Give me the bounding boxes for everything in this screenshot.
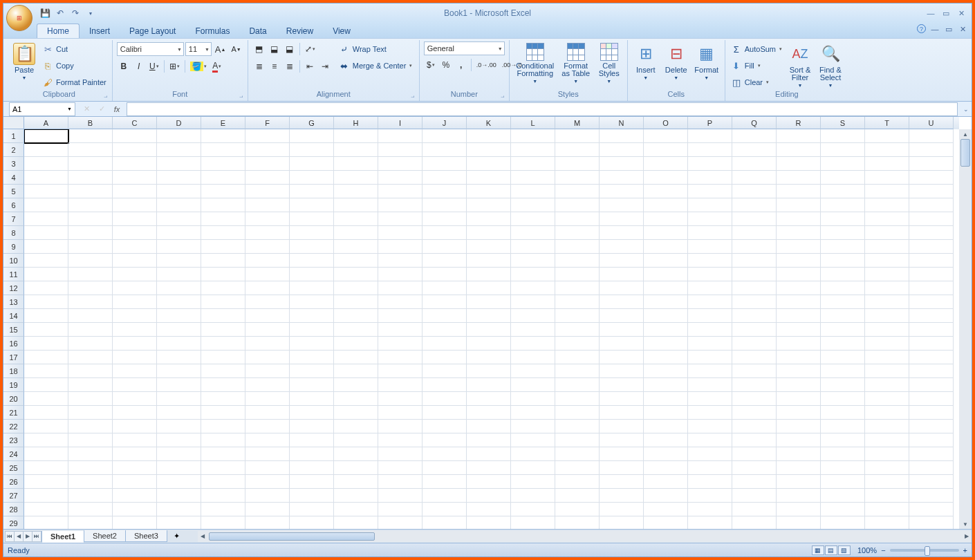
cell[interactable] (68, 323, 113, 337)
cell[interactable] (201, 226, 245, 240)
cell[interactable] (201, 129, 245, 143)
accounting-button[interactable]: $▾ (424, 58, 438, 72)
cell[interactable] (467, 171, 511, 185)
cell[interactable] (334, 129, 378, 143)
cell[interactable] (201, 364, 245, 378)
cell[interactable] (201, 392, 245, 406)
cell[interactable] (24, 433, 68, 447)
cell[interactable] (467, 433, 511, 447)
cell[interactable] (334, 378, 378, 392)
cell[interactable] (245, 351, 290, 364)
cell[interactable] (157, 226, 201, 240)
cell[interactable] (688, 295, 732, 309)
cell[interactable] (423, 406, 467, 420)
cell[interactable] (290, 198, 334, 212)
cell[interactable] (378, 157, 423, 171)
cell[interactable] (467, 143, 511, 157)
cell[interactable] (423, 268, 467, 281)
cell[interactable] (113, 240, 157, 254)
cell[interactable] (511, 268, 555, 281)
fill-color-button[interactable]: 🪣▾ (188, 59, 209, 73)
cell[interactable] (821, 489, 865, 503)
cell[interactable] (113, 392, 157, 406)
cell[interactable] (909, 240, 954, 254)
cell[interactable] (423, 171, 467, 185)
cell[interactable] (68, 378, 113, 392)
cell[interactable] (909, 212, 954, 226)
close-icon[interactable]: ✕ (955, 8, 967, 18)
cell[interactable] (157, 309, 201, 323)
cell[interactable] (245, 268, 290, 281)
cell[interactable] (732, 447, 777, 461)
cell[interactable] (644, 392, 688, 406)
cell[interactable] (909, 281, 954, 295)
align-middle-button[interactable]: ⬓ (268, 42, 281, 56)
cell[interactable] (909, 364, 954, 378)
cell[interactable] (113, 406, 157, 420)
cell[interactable] (24, 516, 68, 529)
cell[interactable] (24, 364, 68, 378)
wrap-text-button[interactable]: ⤶Wrap Text (337, 41, 414, 57)
cell[interactable] (644, 240, 688, 254)
cell[interactable] (600, 226, 644, 240)
cell[interactable] (245, 185, 290, 198)
cell[interactable] (201, 337, 245, 351)
cell[interactable] (378, 489, 423, 503)
cell[interactable] (290, 240, 334, 254)
cell[interactable] (688, 433, 732, 447)
fill-button[interactable]: ⬇Fill▾ (730, 58, 783, 73)
cell[interactable] (644, 198, 688, 212)
cell[interactable] (865, 433, 909, 447)
cell[interactable] (290, 503, 334, 516)
cell[interactable] (201, 171, 245, 185)
cell[interactable] (245, 171, 290, 185)
cell[interactable] (423, 364, 467, 378)
cell[interactable] (334, 323, 378, 337)
cell[interactable] (245, 433, 290, 447)
row-header[interactable]: 13 (3, 295, 24, 309)
cell[interactable] (688, 254, 732, 268)
cell[interactable] (555, 171, 600, 185)
cell[interactable] (865, 268, 909, 281)
cell[interactable] (777, 254, 821, 268)
cell[interactable] (555, 185, 600, 198)
cell[interactable] (909, 226, 954, 240)
cell[interactable] (688, 378, 732, 392)
cell[interactable] (777, 129, 821, 143)
cell[interactable] (245, 364, 290, 378)
cell[interactable] (334, 433, 378, 447)
cell[interactable] (511, 323, 555, 337)
cell[interactable] (644, 503, 688, 516)
cell[interactable] (821, 198, 865, 212)
cell[interactable] (732, 309, 777, 323)
office-button[interactable]: ⊞ (6, 5, 32, 31)
column-header[interactable]: M (555, 117, 600, 129)
cell[interactable] (113, 475, 157, 489)
cell[interactable] (334, 351, 378, 364)
cell[interactable] (201, 406, 245, 420)
cell[interactable] (201, 489, 245, 503)
cell[interactable] (24, 489, 68, 503)
border-button[interactable]: ⊞▾ (167, 59, 182, 73)
column-header[interactable]: D (157, 117, 201, 129)
cell[interactable] (821, 254, 865, 268)
cell[interactable] (555, 392, 600, 406)
cell[interactable] (290, 489, 334, 503)
cell[interactable] (865, 157, 909, 171)
cell[interactable] (865, 420, 909, 433)
insert-button[interactable]: ⊞Insert▼ (632, 41, 660, 80)
cell[interactable] (157, 337, 201, 351)
cell[interactable] (113, 295, 157, 309)
cell[interactable] (113, 254, 157, 268)
row-header[interactable]: 9 (3, 240, 24, 254)
align-top-button[interactable]: ⬒ (252, 42, 266, 56)
cell[interactable] (600, 268, 644, 281)
format-as-table-button[interactable]: Format as Table▼ (559, 41, 593, 84)
cell[interactable] (821, 475, 865, 489)
cell[interactable] (334, 406, 378, 420)
conditional-formatting-button[interactable]: Conditional Formatting▼ (514, 41, 557, 84)
cell[interactable] (378, 295, 423, 309)
cell[interactable] (821, 143, 865, 157)
cell[interactable] (909, 516, 954, 529)
cell[interactable] (777, 489, 821, 503)
